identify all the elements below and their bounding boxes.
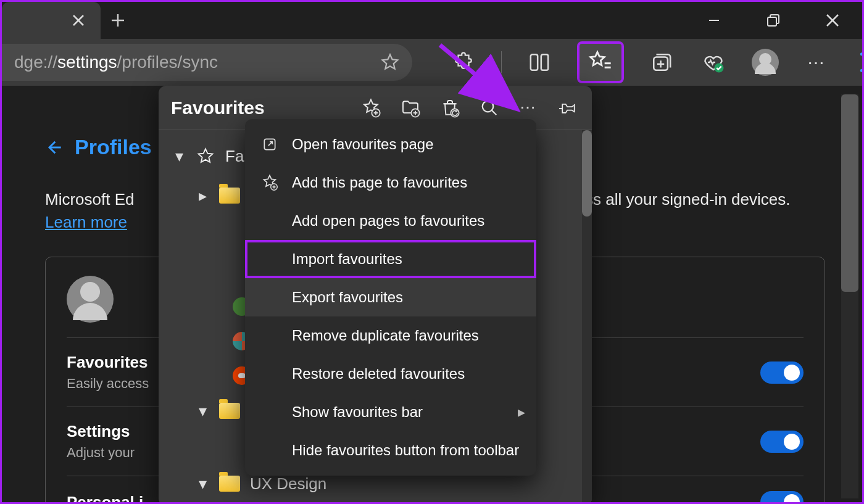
- chevron-down-icon: ▾: [196, 474, 209, 494]
- back-button[interactable]: [45, 139, 62, 156]
- trash-restore-icon: [440, 98, 460, 118]
- profile-button[interactable]: [751, 48, 779, 76]
- star-outline-icon: [196, 146, 215, 166]
- restore-deleted-button[interactable]: [439, 97, 461, 119]
- svg-rect-6: [768, 17, 776, 26]
- ctx-label: Show favourites bar: [292, 403, 423, 421]
- pin-icon: [559, 99, 578, 117]
- item-label: UX Design: [250, 474, 326, 494]
- folder-icon: [219, 476, 240, 492]
- minimize-button[interactable]: [684, 2, 744, 39]
- back-arrow-icon: [45, 139, 62, 156]
- open-external-icon: [260, 136, 280, 152]
- copilot-button[interactable]: [855, 48, 864, 76]
- star-lines-icon: [588, 50, 613, 75]
- toolbar-separator: [501, 51, 502, 73]
- ctx-show-favourites-bar[interactable]: Show favourites bar ▸: [245, 393, 536, 431]
- favourite-page-button[interactable]: [378, 50, 402, 75]
- folder-icon: [219, 188, 240, 204]
- performance-button[interactable]: [699, 48, 728, 76]
- learn-more-link[interactable]: Learn more: [45, 213, 127, 232]
- ctx-label: Add this page to favourites: [292, 174, 467, 191]
- close-icon: [826, 14, 839, 27]
- address-bar[interactable]: dge://settings/profiles/sync: [2, 44, 412, 81]
- star-plus-icon: [260, 174, 280, 191]
- add-favourite-button[interactable]: [360, 97, 382, 119]
- collections-icon: [651, 52, 672, 73]
- ctx-add-open-pages[interactable]: Add open pages to favourites: [245, 202, 536, 240]
- minimize-icon: [708, 14, 720, 27]
- item-label: Fa: [225, 147, 244, 166]
- ctx-label: Restore deleted favourites: [292, 365, 465, 382]
- search-icon: [480, 99, 499, 117]
- svg-point-25: [483, 101, 494, 112]
- browser-tab[interactable]: [2, 2, 101, 39]
- favourites-context-menu: Open favourites page Add this page to fa…: [245, 119, 536, 476]
- chevron-right-icon: ▸: [196, 186, 209, 205]
- pin-flyout-button[interactable]: [557, 97, 579, 119]
- puzzle-icon: [453, 52, 474, 73]
- avatar-icon: [752, 49, 779, 76]
- star-outline-icon: [381, 53, 399, 72]
- plus-icon: [111, 14, 125, 27]
- star-plus-icon: [361, 98, 381, 118]
- chevron-down-icon: ▾: [172, 147, 186, 166]
- split-screen-button[interactable]: [525, 48, 554, 76]
- close-icon: [72, 14, 85, 27]
- row-subtitle: Adjust your: [67, 445, 135, 461]
- scrollbar-thumb[interactable]: [582, 130, 592, 217]
- svg-line-26: [492, 110, 497, 115]
- row-title: Personal i: [67, 493, 143, 503]
- profile-avatar-icon: [67, 276, 114, 323]
- ctx-export-favourites[interactable]: Export favourites: [245, 278, 536, 316]
- favourites-button[interactable]: [577, 41, 624, 83]
- ctx-hide-favourites-button[interactable]: Hide favourites button from toolbar: [245, 431, 536, 469]
- maximize-button[interactable]: [744, 2, 803, 39]
- close-window-button[interactable]: [803, 2, 862, 39]
- ctx-add-this-page[interactable]: Add this page to favourites: [245, 163, 536, 202]
- flyout-more-button[interactable]: ⋯: [518, 97, 540, 119]
- chevron-right-icon: ▸: [518, 403, 525, 421]
- ctx-label: Add open pages to favourites: [292, 212, 484, 229]
- tab-close-button[interactable]: [67, 9, 89, 31]
- svg-rect-9: [531, 54, 538, 70]
- folder-plus-icon: [401, 98, 420, 118]
- scrollbar-thumb[interactable]: [841, 94, 858, 292]
- ctx-restore-deleted[interactable]: Restore deleted favourites: [245, 355, 536, 393]
- ctx-label: Remove duplicate favourites: [292, 327, 479, 344]
- page-scrollbar[interactable]: [841, 94, 858, 498]
- window-controls: [684, 2, 862, 39]
- breadcrumb-profiles[interactable]: Profiles: [75, 135, 152, 159]
- collections-button[interactable]: [647, 48, 676, 76]
- row-subtitle: Easily access: [67, 376, 149, 392]
- ctx-open-favourites-page[interactable]: Open favourites page: [245, 125, 536, 163]
- ctx-label: Hide favourites button from toolbar: [292, 442, 519, 459]
- page-description-tail: cross all your signed-in devices.: [563, 190, 791, 209]
- maximize-icon: [766, 14, 780, 27]
- svg-rect-10: [541, 54, 548, 70]
- split-icon: [529, 52, 550, 73]
- browser-toolbar: dge://settings/profiles/sync: [2, 39, 862, 86]
- personal-toggle[interactable]: [760, 491, 804, 502]
- more-icon: ⋯: [807, 52, 827, 73]
- page-description: Microsoft Ed: [45, 190, 135, 209]
- copilot-icon: [857, 50, 864, 75]
- search-favourites-button[interactable]: [478, 97, 501, 119]
- favourites-toggle[interactable]: [760, 361, 804, 384]
- ctx-label: Import favourites: [292, 250, 402, 268]
- settings-toggle[interactable]: [760, 431, 804, 453]
- heartbeat-icon: [702, 51, 725, 73]
- ctx-label: Export favourites: [292, 289, 403, 306]
- extensions-button[interactable]: [449, 48, 478, 76]
- titlebar: [2, 2, 862, 39]
- more-icon: ⋯: [520, 98, 538, 117]
- ctx-import-favourites[interactable]: Import favourites: [245, 240, 536, 278]
- add-folder-button[interactable]: [399, 97, 422, 119]
- row-title: Favourites: [67, 353, 149, 372]
- ctx-remove-duplicates[interactable]: Remove duplicate favourites: [245, 316, 536, 355]
- flyout-title: Favourites: [171, 97, 360, 118]
- more-menu-button[interactable]: ⋯: [803, 48, 831, 76]
- folder-icon: [219, 403, 240, 419]
- flyout-scrollbar[interactable]: [582, 130, 592, 504]
- new-tab-button[interactable]: [101, 2, 135, 39]
